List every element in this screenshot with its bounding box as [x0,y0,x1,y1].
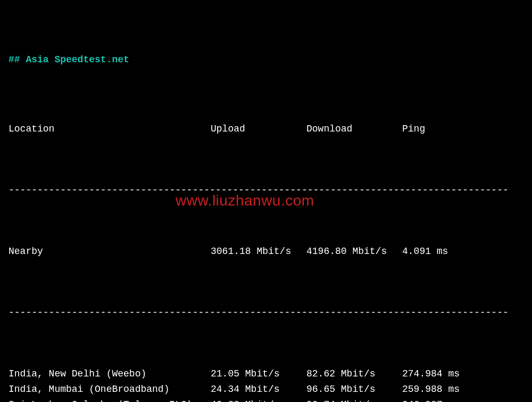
cell-download: 96.65 Mbit/s [306,382,402,397]
cell-upload: 24.34 Mbit/s [211,382,306,397]
table-row: Sri Lanka, Colombo (Telecom PLC)40.88 Mb… [9,397,523,402]
table-row: India, Mumbai (OneBroadband)24.34 Mbit/s… [9,382,523,397]
table-header-row: Location Upload Download Ping [9,121,523,137]
divider: ----------------------------------------… [9,305,519,321]
section-title: ## Asia Speedtest.net [9,52,523,68]
nearby-upload: 3061.18 Mbit/s [211,244,306,259]
header-location: Location [9,121,211,137]
cell-location: India, New Delhi (Weebo) [9,366,211,382]
nearby-download: 4196.80 Mbit/s [306,244,402,259]
cell-download: 82.62 Mbit/s [306,366,402,382]
cell-location: India, Mumbai (OneBroadband) [9,382,211,397]
cell-ping: 246.987 ms [402,397,477,402]
cell-upload: 40.88 Mbit/s [211,397,306,402]
cell-ping: 274.984 ms [402,366,477,382]
header-upload: Upload [211,121,306,137]
cell-upload: 21.05 Mbit/s [211,366,306,382]
terminal-output: ## Asia Speedtest.net Location Upload Do… [0,0,532,402]
table-row: India, New Delhi (Weebo)21.05 Mbit/s82.6… [9,366,523,382]
divider: ----------------------------------------… [9,183,519,198]
nearby-row: Nearby 3061.18 Mbit/s 4196.80 Mbit/s 4.0… [9,244,523,259]
header-download: Download [306,121,402,137]
table-body: India, New Delhi (Weebo)21.05 Mbit/s82.6… [9,366,523,402]
nearby-ping: 4.091 ms [402,244,477,259]
cell-ping: 259.988 ms [402,382,477,397]
header-ping: Ping [402,121,477,137]
cell-location: Sri Lanka, Colombo (Telecom PLC) [9,397,211,402]
nearby-label: Nearby [9,244,211,259]
cell-download: 98.74 Mbit/s [306,397,402,402]
